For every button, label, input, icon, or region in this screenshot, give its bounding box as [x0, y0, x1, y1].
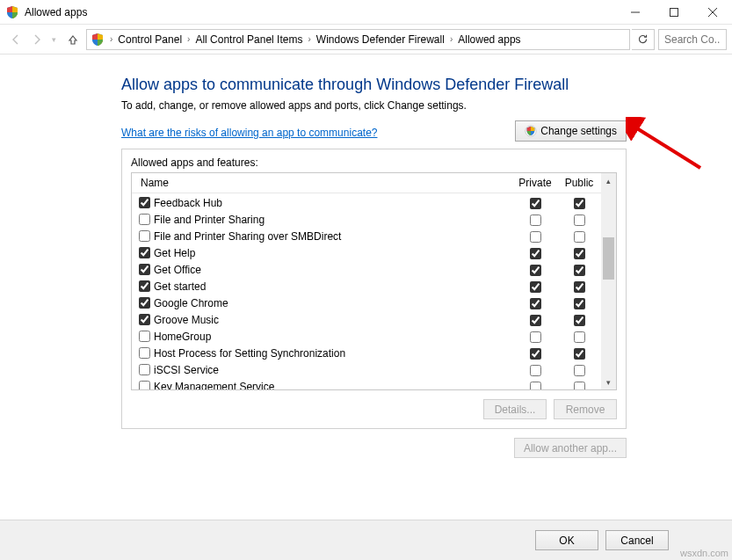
list-row[interactable]: Key Management Service — [132, 378, 601, 389]
row-private-checkbox[interactable] — [530, 315, 541, 326]
vertical-scrollbar[interactable]: ▴ ▾ — [601, 173, 616, 389]
close-button[interactable] — [693, 0, 732, 25]
row-enable-checkbox[interactable] — [139, 264, 150, 275]
maximize-button[interactable] — [655, 0, 693, 25]
row-public-checkbox[interactable] — [574, 382, 585, 389]
back-button[interactable] — [5, 29, 26, 50]
row-public-checkbox[interactable] — [574, 215, 585, 226]
forward-button[interactable] — [26, 29, 47, 50]
row-label: Get Help — [154, 247, 195, 259]
details-button[interactable]: Details... — [483, 399, 547, 419]
chevron-right-icon: › — [448, 34, 454, 44]
row-enable-checkbox[interactable] — [139, 314, 150, 325]
cancel-button[interactable]: Cancel — [605, 530, 669, 550]
list-row[interactable]: File and Printer Sharing over SMBDirect — [132, 228, 601, 244]
list-row[interactable]: Get started — [132, 278, 601, 295]
row-public-checkbox[interactable] — [574, 248, 585, 259]
crumb-firewall[interactable]: Windows Defender Firewall — [313, 32, 448, 47]
risks-link[interactable]: What are the risks of allowing an app to… — [121, 127, 377, 139]
allow-another-app-button[interactable]: Allow another app... — [514, 438, 627, 458]
search-input[interactable] — [658, 29, 727, 50]
list-row[interactable]: Get Office — [132, 261, 601, 278]
row-label: Google Chrome — [154, 297, 228, 309]
chevron-right-icon: › — [108, 34, 114, 44]
row-label: File and Printer Sharing — [154, 214, 265, 226]
scroll-track[interactable] — [601, 188, 616, 375]
row-label: Feedback Hub — [154, 197, 222, 209]
nav-row: ▾ › Control Panel › All Control Panel It… — [0, 25, 732, 55]
row-public-checkbox[interactable] — [574, 231, 585, 243]
chevron-right-icon: › — [185, 34, 192, 44]
row-public-checkbox[interactable] — [574, 198, 585, 209]
list-row[interactable]: Get Help — [132, 244, 601, 261]
row-enable-checkbox[interactable] — [139, 381, 150, 389]
ok-button[interactable]: OK — [535, 530, 598, 550]
scroll-thumb[interactable] — [603, 237, 614, 280]
firewall-shield-icon — [91, 33, 105, 47]
col-private[interactable]: Private — [513, 173, 557, 193]
remove-button[interactable]: Remove — [554, 399, 617, 419]
change-settings-button[interactable]: Change settings — [515, 120, 627, 142]
row-private-checkbox[interactable] — [530, 298, 541, 309]
col-name[interactable]: Name — [132, 173, 513, 193]
list-row[interactable]: iSCSI Service — [132, 361, 601, 378]
row-enable-checkbox[interactable] — [139, 214, 150, 225]
list-row[interactable]: File and Printer Sharing — [132, 211, 601, 228]
row-enable-checkbox[interactable] — [139, 347, 150, 359]
row-private-checkbox[interactable] — [530, 215, 541, 226]
history-dropdown[interactable]: ▾ — [47, 35, 60, 44]
svg-rect-1 — [670, 8, 678, 16]
row-enable-checkbox[interactable] — [139, 230, 150, 242]
page-title: Allow apps to communicate through Window… — [121, 76, 627, 94]
list-row[interactable]: Host Process for Setting Synchronization — [132, 345, 601, 361]
address-bar[interactable]: › Control Panel › All Control Panel Item… — [86, 29, 630, 50]
row-private-checkbox[interactable] — [530, 348, 541, 360]
row-enable-checkbox[interactable] — [139, 280, 150, 292]
row-private-checkbox[interactable] — [530, 231, 541, 243]
row-private-checkbox[interactable] — [530, 382, 541, 389]
uac-shield-icon — [525, 125, 537, 137]
scroll-down-icon[interactable]: ▾ — [601, 375, 616, 389]
breadcrumb: › Control Panel › All Control Panel Item… — [108, 32, 525, 47]
page-subtext: To add, change, or remove allowed apps a… — [121, 99, 627, 112]
scroll-up-icon[interactable]: ▴ — [601, 173, 616, 188]
row-enable-checkbox[interactable] — [139, 197, 150, 208]
row-public-checkbox[interactable] — [574, 331, 585, 343]
col-public[interactable]: Public — [557, 173, 601, 193]
row-private-checkbox[interactable] — [530, 198, 541, 209]
row-private-checkbox[interactable] — [530, 331, 541, 343]
row-enable-checkbox[interactable] — [139, 297, 150, 309]
row-private-checkbox[interactable] — [530, 281, 541, 293]
chevron-right-icon: › — [306, 34, 312, 44]
list-row[interactable]: HomeGroup — [132, 328, 601, 345]
list-row[interactable]: Feedback Hub — [132, 194, 601, 211]
row-enable-checkbox[interactable] — [139, 247, 150, 258]
row-enable-checkbox[interactable] — [139, 331, 150, 342]
firewall-shield-icon — [5, 5, 19, 19]
row-private-checkbox[interactable] — [530, 365, 541, 376]
up-button[interactable] — [62, 29, 83, 50]
row-private-checkbox[interactable] — [530, 265, 541, 276]
row-label: Groove Music — [154, 314, 219, 326]
row-enable-checkbox[interactable] — [139, 364, 150, 375]
row-public-checkbox[interactable] — [574, 298, 585, 309]
row-label: HomeGroup — [154, 331, 211, 343]
refresh-button[interactable] — [632, 29, 655, 50]
row-public-checkbox[interactable] — [574, 281, 585, 293]
row-public-checkbox[interactable] — [574, 365, 585, 376]
crumb-all-items[interactable]: All Control Panel Items — [192, 32, 306, 47]
crumb-control-panel[interactable]: Control Panel — [114, 32, 185, 47]
row-label: iSCSI Service — [154, 364, 219, 376]
minimize-button[interactable] — [616, 0, 655, 25]
row-public-checkbox[interactable] — [574, 348, 585, 360]
row-public-checkbox[interactable] — [574, 265, 585, 276]
row-label: Get started — [154, 280, 206, 293]
row-label: Key Management Service — [154, 381, 274, 390]
row-label: Get Office — [154, 264, 201, 276]
crumb-allowed-apps[interactable]: Allowed apps — [454, 32, 524, 47]
list-row[interactable]: Google Chrome — [132, 295, 601, 311]
row-private-checkbox[interactable] — [530, 248, 541, 259]
list-row[interactable]: Groove Music — [132, 311, 601, 328]
content-area: Allow apps to communicate through Window… — [0, 55, 732, 520]
row-public-checkbox[interactable] — [574, 315, 585, 326]
